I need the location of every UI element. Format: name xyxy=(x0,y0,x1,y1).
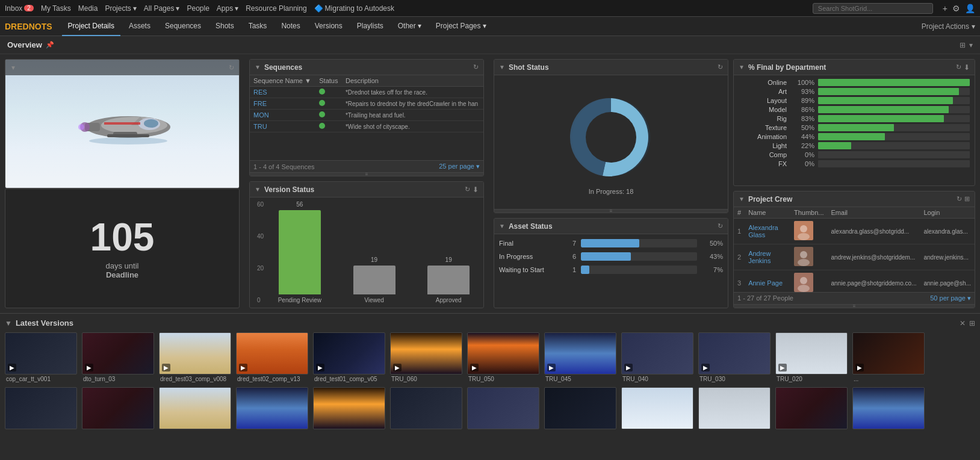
image-refresh-btn[interactable]: ↻ xyxy=(229,64,234,72)
nav-other[interactable]: Other ▾ xyxy=(392,17,427,36)
settings-icon[interactable]: ⚙ xyxy=(952,4,960,13)
play-icon[interactable]: ▶ xyxy=(547,364,556,371)
crew-refresh-btn[interactable]: ↻ xyxy=(957,195,962,203)
crew-expand-btn[interactable]: ⊞ xyxy=(964,195,970,203)
crew-name-link[interactable]: Andrew Jenkins xyxy=(748,250,771,264)
lv-close-btn[interactable]: ✕ xyxy=(960,319,966,328)
seq-name-link[interactable]: FRE xyxy=(253,100,267,107)
overview-pin-icon[interactable]: 📌 xyxy=(46,41,54,49)
play-icon[interactable]: ▶ xyxy=(701,364,710,371)
table-row[interactable]: MON *Trailing heat and fuel. xyxy=(250,110,483,121)
dept-chevron[interactable]: ▼ xyxy=(739,64,745,70)
allpages-nav[interactable]: All Pages ▾ xyxy=(144,4,180,13)
nav-playlists[interactable]: Playlists xyxy=(351,17,389,36)
asset-status-refresh-btn[interactable]: ↻ xyxy=(718,222,723,230)
list-item[interactable] xyxy=(390,387,462,430)
list-item[interactable]: ▶ dto_turn_03 xyxy=(82,332,154,382)
list-item[interactable] xyxy=(698,387,771,430)
crew-perpage[interactable]: 50 per page ▾ xyxy=(930,294,971,302)
play-icon[interactable]: ▶ xyxy=(393,364,402,371)
play-icon[interactable]: ▶ xyxy=(470,364,479,371)
search-input[interactable] xyxy=(813,3,933,14)
mytasks-nav[interactable]: My Tasks xyxy=(41,4,71,13)
nav-tasks[interactable]: Tasks xyxy=(243,17,273,36)
play-icon[interactable]: ▶ xyxy=(855,364,864,371)
crew-name-link[interactable]: Alexandra Glass xyxy=(748,224,778,238)
crew-scroll[interactable]: ≡ xyxy=(734,304,975,308)
table-row[interactable]: FRE *Repairs to drednot by the dredCrawl… xyxy=(250,98,483,110)
sequences-refresh-btn[interactable]: ↻ xyxy=(473,63,479,71)
migrate-nav[interactable]: 🔷 Migrating to Autodesk xyxy=(314,4,394,13)
list-item[interactable]: ▶ TRU_020 xyxy=(775,332,848,382)
play-icon[interactable]: ▶ xyxy=(624,364,633,371)
play-icon[interactable]: ▶ xyxy=(778,364,787,371)
table-row[interactable]: 2 Andrew Jenkins andrew.jenkins@shotgrid… xyxy=(734,244,975,270)
table-row[interactable]: RES *Drednot takes off for the race. xyxy=(250,87,483,98)
nav-project-pages[interactable]: Project Pages ▾ xyxy=(430,17,492,36)
lv-chevron[interactable]: ▼ xyxy=(5,319,12,328)
list-item[interactable] xyxy=(544,387,616,430)
list-item[interactable] xyxy=(852,387,925,430)
asset-status-chevron[interactable]: ▼ xyxy=(499,223,505,229)
crew-name-link[interactable]: Annie Page xyxy=(748,279,783,287)
shot-status-chevron[interactable]: ▼ xyxy=(499,64,505,70)
list-item[interactable]: ▶ ... xyxy=(852,332,925,382)
crew-chevron[interactable]: ▼ xyxy=(739,196,745,202)
version-refresh-btn[interactable]: ↻ xyxy=(465,185,470,193)
list-item[interactable]: ▶ TRU_045 xyxy=(544,332,616,382)
sequences-scroll[interactable]: ≡ xyxy=(250,172,483,176)
dept-download-btn[interactable]: ⬇ xyxy=(964,63,970,72)
list-item[interactable] xyxy=(236,387,308,430)
list-item[interactable]: ▶ dred_test03_comp_v008 xyxy=(159,332,231,382)
resource-nav[interactable]: Resource Planning xyxy=(246,4,306,13)
list-item[interactable] xyxy=(159,387,231,430)
table-row[interactable]: 1 Alexandra Glass alexandra.glass@shotgr… xyxy=(734,219,975,244)
nav-versions[interactable]: Versions xyxy=(309,17,349,36)
play-icon[interactable]: ▶ xyxy=(162,364,170,371)
inbox-nav[interactable]: Inbox 2 xyxy=(5,4,34,13)
image-widget-chevron[interactable]: ▼ xyxy=(10,64,16,71)
list-item[interactable] xyxy=(775,387,848,430)
list-item[interactable]: ▶ cop_car_tt_v001 xyxy=(5,332,77,382)
seq-name-link[interactable]: MON xyxy=(253,111,269,119)
play-icon[interactable]: ▶ xyxy=(239,364,247,371)
user-icon[interactable]: 👤 xyxy=(965,4,975,13)
overview-chevron-icon[interactable]: ▾ xyxy=(969,41,973,49)
people-nav[interactable]: People xyxy=(187,4,209,13)
version-chevron[interactable]: ▼ xyxy=(255,186,261,193)
list-item[interactable] xyxy=(313,387,385,430)
play-icon[interactable]: ▶ xyxy=(85,364,93,371)
seq-perpage[interactable]: 25 per page ▾ xyxy=(439,163,480,170)
list-item[interactable]: ▶ TRU_060 xyxy=(390,332,462,382)
add-icon[interactable]: + xyxy=(943,4,947,13)
table-row[interactable]: TRU *Wide shot of cityscape. xyxy=(250,121,483,132)
list-item[interactable]: ▶ dred_test02_comp_v13 xyxy=(236,332,308,382)
sequences-chevron[interactable]: ▼ xyxy=(255,64,261,70)
media-nav[interactable]: Media xyxy=(78,4,98,13)
projects-nav[interactable]: Projects ▾ xyxy=(105,4,136,13)
project-actions[interactable]: Project Actions ▾ xyxy=(922,22,975,31)
table-row[interactable]: 3 Annie Page annie.page@shotgriddemo.co.… xyxy=(734,270,975,293)
list-item[interactable] xyxy=(82,387,154,430)
overview-grid-icon[interactable]: ⊞ xyxy=(960,41,966,49)
lv-expand-btn[interactable]: ⊞ xyxy=(969,319,975,328)
shot-scroll[interactable]: ≡ xyxy=(494,209,728,213)
play-icon[interactable]: ▶ xyxy=(8,364,16,371)
nav-project-details[interactable]: Project Details xyxy=(62,17,120,36)
apps-nav[interactable]: Apps ▾ xyxy=(217,4,238,13)
nav-shots[interactable]: Shots xyxy=(209,17,240,36)
list-item[interactable] xyxy=(621,387,693,430)
shot-status-refresh-btn[interactable]: ↻ xyxy=(718,63,723,71)
dept-refresh-btn[interactable]: ↻ xyxy=(956,63,961,71)
list-item[interactable] xyxy=(467,387,539,430)
seq-name-link[interactable]: RES xyxy=(253,89,267,96)
list-item[interactable]: ▶ TRU_030 xyxy=(698,332,771,382)
nav-assets[interactable]: Assets xyxy=(123,17,157,36)
list-item[interactable]: ▶ dred_test01_comp_v05 xyxy=(313,332,385,382)
seq-name-link[interactable]: TRU xyxy=(253,123,267,130)
list-item[interactable]: ▶ TRU_040 xyxy=(621,332,693,382)
version-download-btn[interactable]: ⬇ xyxy=(473,185,479,194)
nav-sequences[interactable]: Sequences xyxy=(159,17,207,36)
list-item[interactable]: ▶ TRU_050 xyxy=(467,332,539,382)
list-item[interactable] xyxy=(5,387,77,430)
